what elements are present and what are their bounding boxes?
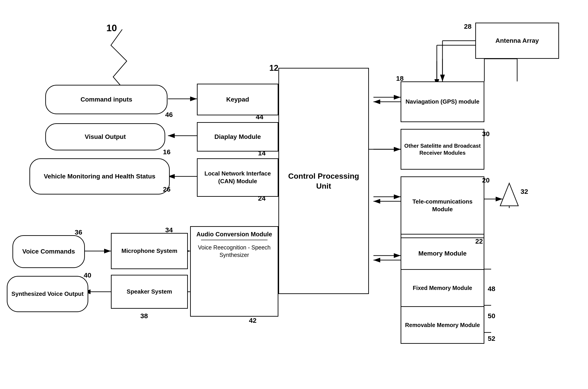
telecom-label: Tele-communications Module — [404, 198, 482, 213]
microphone-system-label: Microphone System — [121, 247, 177, 255]
fixed-memory-label: Fixed Memory Module — [413, 284, 472, 292]
command-inputs-node: Command inputs — [45, 85, 168, 114]
label-26: 26 — [163, 186, 171, 193]
label-52: 52 — [488, 335, 495, 342]
vehicle-monitoring-label: Vehicle Monitoring and Health Status — [41, 170, 158, 183]
navigation-node: Naviagation (GPS) module — [401, 81, 484, 122]
vehicle-monitoring-node: Vehicle Monitoring and Health Status — [30, 158, 170, 194]
label-44: 44 — [256, 113, 263, 121]
synthesized-voice-label: Synthesized Voice Output — [10, 288, 86, 300]
diagram: 10 Command inputs 46 Keypad 44 12 Visual… — [0, 0, 588, 389]
synthesized-voice-node: Synthesized Voice Output — [7, 276, 88, 312]
label-48: 48 — [488, 285, 495, 293]
visual-output-node: Visual Output — [45, 123, 165, 150]
label-22: 22 — [475, 237, 483, 245]
command-inputs-label: Command inputs — [81, 96, 132, 104]
antenna-array-label: Antenna Array — [495, 37, 539, 45]
label-46: 46 — [165, 111, 173, 119]
label-10: 10 — [106, 23, 117, 33]
label-18: 18 — [396, 75, 404, 82]
navigation-label: Naviagation (GPS) module — [406, 98, 480, 106]
audio-conversion-node: Audio Conversion Module Voice Reecogniti… — [190, 226, 278, 317]
label-30: 30 — [482, 130, 489, 138]
telecom-label-container: Tele-communications Module — [401, 177, 484, 234]
removable-memory-label: Removable Memory Module — [405, 321, 480, 329]
fixed-memory-container: Fixed Memory Module — [401, 270, 484, 307]
label-16: 16 — [163, 148, 171, 156]
label-36: 36 — [75, 228, 82, 236]
memory-module-label-container: Memory Module — [401, 238, 484, 270]
keypad-node: Keypad — [197, 84, 278, 115]
memory-module-label: Memory Module — [418, 250, 466, 258]
label-28: 28 — [464, 23, 471, 30]
antenna-symbol — [498, 181, 520, 208]
satellite-node: Other Satelitte and Broadcast Receiver M… — [401, 129, 484, 170]
microphone-system-node: Microphone System — [111, 233, 188, 269]
audio-conversion-sub-label: Voice Reecognition - Speech Synthesizer — [193, 244, 276, 259]
label-40: 40 — [84, 271, 91, 279]
satellite-label: Other Satelitte and Broadcast Receiver M… — [403, 142, 482, 156]
display-module-label: Diaplay Module — [214, 133, 261, 141]
control-processing-node: Control Processing Unit — [278, 68, 369, 294]
speaker-system-node: Speaker System — [111, 275, 188, 309]
label-42: 42 — [249, 317, 256, 324]
speaker-system-label: Speaker System — [127, 288, 172, 295]
label-14: 14 — [258, 149, 266, 157]
voice-commands-node: Voice Commands — [12, 235, 85, 268]
label-50: 50 — [488, 312, 495, 320]
svg-marker-27 — [500, 183, 518, 206]
local-network-node: Local Network Interface (CAN) Module — [197, 158, 278, 197]
label-32: 32 — [520, 188, 528, 195]
label-20: 20 — [482, 176, 489, 184]
display-module-node: Diaplay Module — [197, 122, 278, 152]
memory-module-node: Memory Module Fixed Memory Module Remova… — [401, 237, 484, 344]
label-24: 24 — [258, 194, 266, 202]
label-38: 38 — [140, 312, 148, 320]
visual-output-label: Visual Output — [85, 133, 126, 141]
antenna-array-node: Antenna Array — [475, 23, 559, 59]
audio-divider — [201, 240, 268, 240]
removable-memory-container: Removable Memory Module — [401, 307, 484, 343]
label-12: 12 — [269, 63, 278, 73]
control-processing-label: Control Processing Unit — [281, 171, 366, 191]
local-network-label: Local Network Interface (CAN) Module — [199, 170, 276, 185]
voice-commands-label: Voice Commands — [22, 247, 75, 256]
keypad-label: Keypad — [226, 96, 249, 104]
audio-conversion-label: Audio Conversion Module — [196, 230, 272, 238]
label-34: 34 — [165, 226, 173, 234]
